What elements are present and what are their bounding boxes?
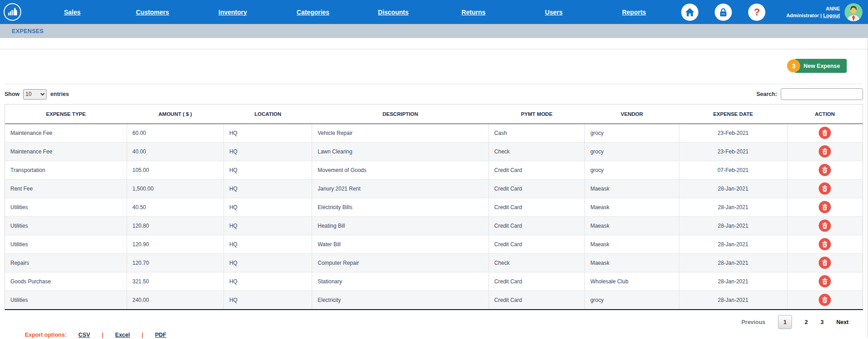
delete-expense-button[interactable] bbox=[819, 238, 831, 250]
delete-expense-button[interactable] bbox=[819, 164, 831, 176]
column-header[interactable]: EXPENSE TYPE bbox=[5, 105, 127, 124]
cell-pymt-mode: Check bbox=[489, 253, 584, 272]
pagination-page[interactable]: 2 bbox=[805, 319, 808, 325]
column-header[interactable]: LOCATION bbox=[223, 105, 312, 124]
delete-expense-button[interactable] bbox=[819, 127, 831, 139]
pagination-page[interactable]: 3 bbox=[821, 319, 824, 325]
cell-expense-type: Maintenance Fee bbox=[5, 124, 127, 142]
table-controls: Show 10 entries Search: bbox=[0, 84, 868, 104]
delete-expense-button[interactable] bbox=[819, 220, 831, 232]
nav-item-categories[interactable]: Categories bbox=[273, 9, 353, 16]
delete-expense-button[interactable] bbox=[819, 145, 831, 158]
cell-expense-type: Utilities bbox=[5, 235, 127, 253]
column-header[interactable]: EXPENSE DATE bbox=[679, 105, 787, 124]
nav-item-returns[interactable]: Returns bbox=[433, 9, 513, 16]
export-row: Export options: CSV|Excel|PDF bbox=[0, 329, 868, 338]
cell-expense-type: Utilities bbox=[5, 291, 127, 309]
delete-expense-button[interactable] bbox=[819, 201, 831, 213]
cell-location: HQ bbox=[223, 198, 312, 216]
delete-expense-button[interactable] bbox=[819, 294, 831, 306]
trash-icon bbox=[822, 148, 828, 155]
column-header[interactable]: DESCRIPTION bbox=[312, 105, 489, 124]
cell-amount: 120.90 bbox=[127, 235, 223, 253]
cell-amount: 40.50 bbox=[127, 198, 223, 216]
cell-action bbox=[787, 235, 863, 253]
entries-label: entries bbox=[50, 91, 69, 97]
cell-vendor: grocy bbox=[585, 142, 679, 161]
export-excel[interactable]: Excel bbox=[115, 332, 130, 338]
breadcrumb-bar: EXPENSES bbox=[0, 24, 868, 38]
main-content: 3 New Expense Show 10 entries Search: EX… bbox=[0, 38, 868, 338]
cell-expense-date: 23-Feb-2021 bbox=[679, 124, 787, 142]
cell-vendor: grocy bbox=[585, 124, 679, 142]
trash-icon bbox=[822, 204, 828, 210]
search-input[interactable] bbox=[781, 88, 863, 100]
trash-icon bbox=[822, 167, 828, 173]
cell-expense-date: 28-Jan-2021 bbox=[679, 216, 787, 235]
pagination-previous[interactable]: Previous bbox=[741, 319, 765, 325]
cell-pymt-mode: Credit Card bbox=[489, 198, 584, 216]
export-pdf[interactable]: PDF bbox=[155, 332, 166, 338]
table-row: Goods Purchase321.50HQStationaryCredit C… bbox=[5, 272, 863, 291]
help-button[interactable]: ? bbox=[748, 4, 765, 21]
cell-location: HQ bbox=[223, 272, 312, 291]
cell-action bbox=[787, 253, 863, 272]
cell-amount: 120.70 bbox=[127, 253, 223, 272]
export-separator: | bbox=[142, 332, 143, 338]
breadcrumb[interactable]: EXPENSES bbox=[12, 28, 44, 34]
nav-item-discounts[interactable]: Discounts bbox=[353, 9, 433, 16]
cell-location: HQ bbox=[223, 161, 312, 179]
cell-location: HQ bbox=[223, 235, 312, 253]
column-header[interactable]: AMOUNT ( $ ) bbox=[127, 105, 223, 124]
entries-select[interactable]: 10 bbox=[23, 89, 47, 100]
expenses-table: EXPENSE TYPEAMOUNT ( $ )LOCATIONDESCRIPT… bbox=[5, 105, 863, 309]
cell-location: HQ bbox=[223, 291, 312, 309]
delete-expense-button[interactable] bbox=[819, 257, 831, 269]
cell-vendor: Maeask bbox=[585, 216, 679, 235]
cell-expense-type: Utilities bbox=[5, 216, 127, 235]
column-header[interactable]: PYMT MODE bbox=[489, 105, 584, 124]
cell-vendor: Maeask bbox=[585, 253, 679, 272]
cell-expense-date: 28-Jan-2021 bbox=[679, 179, 787, 198]
cell-amount: 40.00 bbox=[127, 142, 223, 161]
nav-item-customers[interactable]: Customers bbox=[112, 9, 192, 16]
cell-action bbox=[787, 291, 863, 309]
app-logo[interactable] bbox=[4, 3, 21, 21]
cell-pymt-mode: Credit Card bbox=[489, 179, 584, 198]
delete-expense-button[interactable] bbox=[819, 275, 831, 287]
nav-item-sales[interactable]: Sales bbox=[32, 9, 112, 16]
pagination-next[interactable]: Next bbox=[836, 319, 849, 325]
avatar-icon bbox=[844, 3, 863, 21]
cell-pymt-mode: Credit Card bbox=[489, 272, 584, 291]
new-expense-button[interactable]: New Expense bbox=[794, 59, 847, 73]
column-header[interactable]: ACTION bbox=[787, 105, 863, 124]
cell-amount: 120.80 bbox=[127, 216, 223, 235]
cell-action bbox=[787, 216, 863, 235]
nav-item-reports[interactable]: Reports bbox=[594, 9, 674, 16]
cell-amount: 105.00 bbox=[127, 161, 223, 179]
trash-icon bbox=[822, 259, 828, 266]
cell-pymt-mode: Credit Card bbox=[489, 291, 584, 309]
delete-expense-button[interactable] bbox=[819, 182, 831, 195]
header-divider bbox=[0, 38, 868, 49]
lock-button[interactable] bbox=[715, 4, 732, 21]
table-header-row: EXPENSE TYPEAMOUNT ( $ )LOCATIONDESCRIPT… bbox=[5, 105, 863, 124]
pagination-page-current[interactable]: 1 bbox=[778, 315, 792, 329]
cell-action bbox=[787, 142, 863, 161]
logout-link[interactable]: Logout bbox=[823, 13, 840, 18]
column-header[interactable]: VENDOR bbox=[585, 105, 679, 124]
avatar[interactable] bbox=[844, 3, 863, 21]
export-csv[interactable]: CSV bbox=[78, 332, 90, 338]
cell-expense-type: Utilities bbox=[5, 198, 127, 216]
cell-description: Janury 2021 Rent bbox=[312, 179, 489, 198]
table-row: Utilities120.90HQWater BillCredit CardMa… bbox=[5, 235, 863, 253]
trash-icon bbox=[822, 185, 828, 192]
cell-pymt-mode: Credit Card bbox=[489, 235, 584, 253]
home-button[interactable] bbox=[681, 4, 698, 21]
nav-item-inventory[interactable]: Inventory bbox=[193, 9, 273, 16]
table-row: Maintenance Fee60.00HQVehicle RepairCash… bbox=[5, 124, 863, 142]
cell-amount: 60.00 bbox=[127, 124, 223, 142]
nav-item-users[interactable]: Users bbox=[514, 9, 594, 16]
cell-action bbox=[787, 272, 863, 291]
trash-icon bbox=[822, 278, 828, 285]
